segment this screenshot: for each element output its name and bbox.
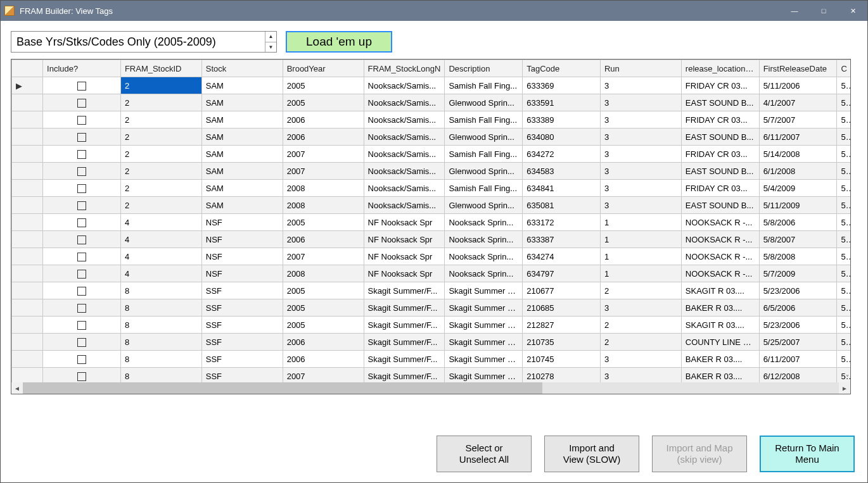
column-header-brood[interactable]: BroodYear (283, 60, 364, 77)
cell-date[interactable]: 6/12/2008 (759, 368, 837, 383)
cell-include[interactable] (43, 146, 121, 163)
cell-tag[interactable]: 210677 (523, 282, 601, 299)
cell-c[interactable]: 50 (837, 94, 850, 111)
cell-include[interactable] (43, 265, 121, 282)
cell-brood[interactable]: 2006 (283, 351, 364, 368)
table-row[interactable]: 4NSF2005NF Nooksack SprNooksack Sprin...… (12, 214, 851, 231)
cell-stock[interactable]: SSF (201, 334, 283, 351)
row-header[interactable] (12, 111, 43, 129)
cell-stockid[interactable]: 2 (120, 163, 201, 180)
cell-date[interactable]: 5/11/2006 (759, 77, 837, 94)
cell-desc[interactable]: Skagit Summer F... (445, 334, 523, 351)
include-checkbox[interactable] (77, 287, 86, 296)
cell-loc[interactable]: NOOKSACK R -... (681, 231, 759, 248)
cell-long[interactable]: NF Nooksack Spr (364, 214, 445, 231)
cell-include[interactable] (43, 94, 121, 111)
table-row[interactable]: 8SSF2007Skagit Summer/F...Skagit Summer … (12, 368, 851, 383)
cell-stockid[interactable]: 2 (120, 197, 201, 214)
cell-desc[interactable]: Samish Fall Fing... (445, 146, 523, 163)
cell-include[interactable] (43, 197, 121, 214)
cell-long[interactable]: NF Nooksack Spr (364, 248, 445, 265)
cell-loc[interactable]: BAKER R 03.... (681, 299, 759, 317)
cell-run[interactable]: 3 (600, 94, 681, 111)
cell-tag[interactable]: 634272 (523, 146, 601, 163)
cell-run[interactable]: 3 (600, 197, 681, 214)
cell-c[interactable]: 50 (837, 282, 850, 299)
cell-include[interactable] (43, 77, 121, 94)
cell-long[interactable]: Nooksack/Samis... (364, 94, 445, 111)
column-header-stock[interactable]: Stock (201, 60, 283, 77)
row-header[interactable] (12, 94, 43, 111)
include-checkbox[interactable] (77, 116, 86, 125)
cell-loc[interactable]: FRIDAY CR 03... (681, 146, 759, 163)
cell-run[interactable]: 1 (600, 214, 681, 231)
cell-stockid[interactable]: 2 (120, 94, 201, 111)
cell-desc[interactable]: Skagit Summer F... (445, 351, 523, 368)
cell-tag[interactable]: 634797 (523, 265, 601, 282)
cell-desc[interactable]: Samish Fall Fing... (445, 180, 523, 197)
cell-desc[interactable]: Skagit Summer F... (445, 299, 523, 317)
row-header[interactable] (12, 146, 43, 163)
cell-include[interactable] (43, 248, 121, 265)
column-header-tag[interactable]: TagCode (523, 60, 601, 77)
column-header-desc[interactable]: Description (445, 60, 523, 77)
cell-long[interactable]: Skagit Summer/F... (364, 299, 445, 317)
row-header[interactable] (12, 248, 43, 265)
cell-run[interactable]: 3 (600, 180, 681, 197)
cell-run[interactable]: 3 (600, 111, 681, 129)
close-button[interactable]: ✕ (838, 1, 867, 21)
cell-long[interactable]: Skagit Summer/F... (364, 334, 445, 351)
cell-desc[interactable]: Nooksack Sprin... (445, 265, 523, 282)
cell-brood[interactable]: 2005 (283, 94, 364, 111)
cell-c[interactable]: 50 (837, 299, 850, 317)
cell-c[interactable]: 50 (837, 163, 850, 180)
table-row[interactable]: 4NSF2006NF Nooksack SprNooksack Sprin...… (12, 231, 851, 248)
cell-date[interactable]: 5/7/2007 (759, 111, 837, 129)
table-row[interactable]: 8SSF2006Skagit Summer/F...Skagit Summer … (12, 334, 851, 351)
cell-stockid[interactable]: 4 (120, 214, 201, 231)
cell-long[interactable]: Skagit Summer/F... (364, 368, 445, 383)
row-header[interactable] (12, 163, 43, 180)
cell-long[interactable]: Nooksack/Samis... (364, 180, 445, 197)
cell-date[interactable]: 5/11/2009 (759, 197, 837, 214)
cell-brood[interactable]: 2006 (283, 129, 364, 146)
cell-date[interactable]: 6/11/2007 (759, 129, 837, 146)
cell-run[interactable]: 1 (600, 231, 681, 248)
cell-include[interactable] (43, 334, 121, 351)
cell-include[interactable] (43, 231, 121, 248)
cell-tag[interactable]: 633369 (523, 77, 601, 94)
scroll-down-icon[interactable]: ˅ (846, 374, 849, 381)
include-checkbox[interactable] (77, 184, 86, 193)
cell-loc[interactable]: FRIDAY CR 03... (681, 180, 759, 197)
cell-tag[interactable]: 633172 (523, 214, 601, 231)
cell-stockid[interactable]: 4 (120, 231, 201, 248)
spin-down-icon[interactable]: ▼ (265, 42, 276, 53)
column-header-run[interactable]: Run (600, 60, 681, 77)
include-checkbox[interactable] (77, 218, 86, 227)
cell-stock[interactable]: NSF (201, 231, 283, 248)
data-grid[interactable]: Include?FRAM_StockIDStockBroodYearFRAM_S… (11, 59, 851, 394)
cell-long[interactable]: Nooksack/Samis... (364, 163, 445, 180)
cell-date[interactable]: 5/8/2007 (759, 231, 837, 248)
cell-c[interactable]: 50 (837, 197, 850, 214)
include-checkbox[interactable] (77, 235, 86, 244)
row-header[interactable] (12, 180, 43, 197)
table-row[interactable]: 2SAM2007Nooksack/Samis...Glenwood Sprin.… (12, 163, 851, 180)
cell-loc[interactable]: NOOKSACK R -... (681, 248, 759, 265)
scroll-left-icon[interactable]: ◄ (11, 382, 23, 394)
cell-date[interactable]: 4/1/2007 (759, 94, 837, 111)
cell-desc[interactable]: Skagit Summer F... (445, 282, 523, 299)
cell-stockid[interactable]: 8 (120, 334, 201, 351)
include-checkbox[interactable] (77, 133, 86, 142)
cell-run[interactable]: 1 (600, 265, 681, 282)
cell-stock[interactable]: SSF (201, 282, 283, 299)
cell-desc[interactable]: Skagit Summer F... (445, 368, 523, 383)
cell-brood[interactable]: 2007 (283, 146, 364, 163)
cell-stock[interactable]: SSF (201, 351, 283, 368)
cell-run[interactable]: 3 (600, 77, 681, 94)
cell-include[interactable] (43, 282, 121, 299)
cell-tag[interactable]: 634080 (523, 129, 601, 146)
cell-loc[interactable]: SKAGIT R 03.... (681, 282, 759, 299)
table-row[interactable]: 2SAM2006Nooksack/Samis...Samish Fall Fin… (12, 111, 851, 129)
dataset-combo-input[interactable] (11, 32, 265, 52)
